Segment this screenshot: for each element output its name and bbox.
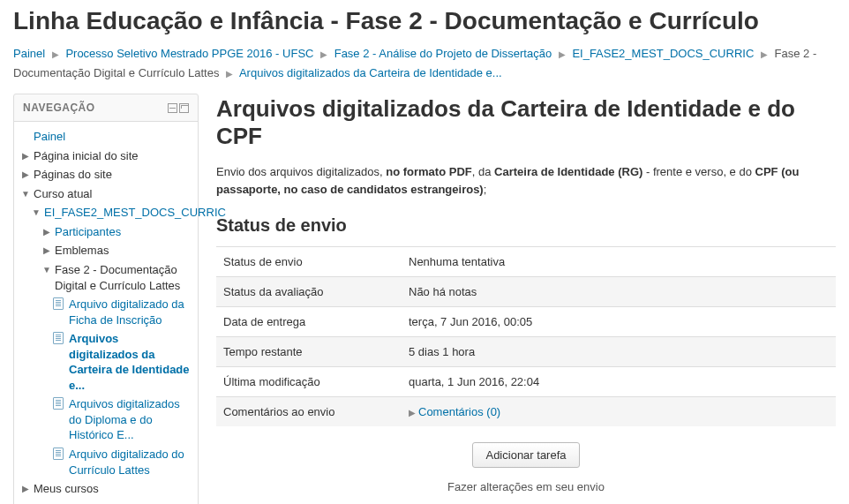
nav-section[interactable]: Fase 2 - Documentação Digital e Currícul…	[55, 262, 191, 293]
status-label: Comentários ao envio	[216, 397, 402, 427]
status-label: Tempo restante	[216, 337, 402, 367]
dock-icon[interactable]	[168, 103, 177, 113]
breadcrumb-link[interactable]: Painel	[13, 47, 45, 60]
table-row: Última modificaçãoquarta, 1 Jun 2016, 22…	[216, 367, 836, 397]
nav-participants[interactable]: Participantes	[55, 224, 191, 240]
chevron-right-icon: ▶	[409, 408, 416, 417]
page-title: Linha Educação e Infância - Fase 2 - Doc…	[0, 0, 849, 40]
chevron-right-icon: ▶	[559, 49, 566, 59]
main-heading: Arquivos digitalizados da Carteira de Id…	[216, 95, 836, 150]
comments-toggle[interactable]: ▶Comentários (0)	[409, 405, 500, 418]
nav-painel[interactable]: Painel	[34, 129, 191, 145]
nav-site-home[interactable]: Página inicial do site	[34, 148, 191, 164]
breadcrumb: Painel ▶ Processo Seletivo Mestrado PPGE…	[0, 40, 849, 94]
table-row: Tempo restante5 dias 1 hora	[216, 337, 836, 367]
edit-note: Fazer alterações em seu envio	[216, 480, 836, 493]
chevron-right-icon: ▶	[226, 69, 233, 79]
status-label: Status de envio	[216, 247, 402, 277]
chevron-right-icon: ▶	[320, 49, 327, 59]
table-row: Status da avaliaçãoNão há notas	[216, 277, 836, 307]
status-value: Nenhuma tentativa	[402, 247, 836, 277]
table-row: Status de envioNenhuma tentativa	[216, 247, 836, 277]
table-row: Data de entregaterça, 7 Jun 2016, 00:05	[216, 307, 836, 337]
block-title: NAVEGAÇÃO	[23, 102, 95, 114]
breadcrumb-link[interactable]: Fase 2 - Análise do Projeto de Dissertaç…	[334, 47, 552, 60]
status-value: 5 dias 1 hora	[402, 337, 836, 367]
status-label: Data de entrega	[216, 307, 402, 337]
nav-site-pages[interactable]: Páginas do site	[34, 167, 191, 183]
collapse-icon[interactable]: ▼	[32, 207, 41, 219]
expand-icon[interactable]: ▶	[21, 150, 30, 162]
assignment-icon	[53, 448, 65, 464]
status-value: quarta, 1 Jun 2016, 22:04	[402, 367, 836, 397]
nav-badges[interactable]: Emblemas	[55, 243, 191, 259]
breadcrumb-link[interactable]: Processo Seletivo Mestrado PPGE 2016 - U…	[65, 47, 313, 60]
expand-icon[interactable]: ▶	[21, 169, 30, 181]
breadcrumb-current[interactable]: Arquivos digitalizados da Carteira de Id…	[239, 66, 502, 79]
nav-activity-current[interactable]: Arquivos digitalizados da Carteira de Id…	[69, 331, 191, 393]
collapse-icon[interactable]: ▼	[42, 264, 51, 276]
assignment-icon	[53, 297, 65, 314]
expand-icon[interactable]: ▶	[21, 483, 30, 495]
assignment-icon	[53, 332, 65, 349]
expand-icon[interactable]: ▶	[42, 244, 51, 257]
status-table: Status de envioNenhuma tentativa Status …	[216, 246, 836, 426]
status-label: Status da avaliação	[216, 277, 402, 307]
nav-current-course: Curso atual	[34, 186, 191, 202]
nav-activity[interactable]: Arquivo digitalizado do Currículo Lattes	[69, 447, 191, 478]
status-label: Última modificação	[216, 367, 402, 397]
expand-icon[interactable]: ▶	[42, 226, 51, 238]
collapse-icon[interactable]	[179, 103, 189, 113]
status-value: Não há notas	[402, 277, 836, 307]
chevron-right-icon: ▶	[761, 49, 768, 59]
collapse-icon[interactable]: ▼	[21, 188, 30, 200]
nav-my-courses[interactable]: Meus cursos	[34, 481, 191, 497]
nav-activity[interactable]: Arquivo digitalizado da Ficha de Inscriç…	[69, 297, 191, 327]
nav-course-link[interactable]: EI_FASE2_MEST_DOCS_CURRIC	[44, 205, 226, 221]
add-submission-button[interactable]: Adicionar tarefa	[472, 442, 579, 468]
status-heading: Status de envio	[216, 215, 836, 236]
intro-text: Envio dos arquivos digitalizados, no for…	[216, 163, 836, 198]
breadcrumb-link[interactable]: EI_FASE2_MEST_DOCS_CURRIC	[572, 47, 754, 60]
table-row: Comentários ao envio▶Comentários (0)	[216, 397, 836, 427]
chevron-right-icon: ▶	[52, 49, 59, 59]
assignment-icon	[53, 397, 65, 414]
navigation-block: NAVEGAÇÃO Painel ▶Página inicial do site…	[13, 94, 199, 504]
status-value: terça, 7 Jun 2016, 00:05	[402, 307, 836, 337]
nav-activity[interactable]: Arquivos digitalizados do Diploma e do H…	[69, 396, 191, 443]
